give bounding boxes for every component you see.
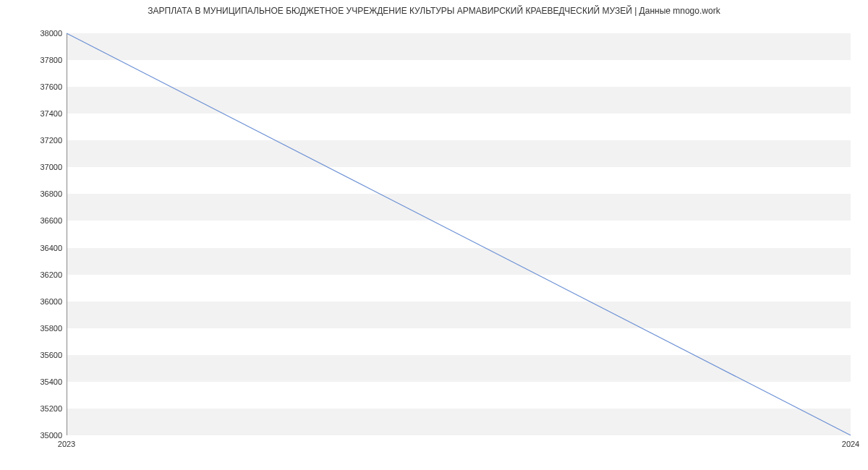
y-tick-label: 36800: [4, 189, 62, 198]
y-tick-label: 37800: [4, 56, 62, 64]
data-line: [67, 33, 851, 435]
y-tick-label: 37000: [4, 163, 62, 171]
y-tick-label: 37200: [4, 136, 62, 145]
y-tick-label: 35800: [4, 324, 62, 333]
chart-title: ЗАРПЛАТА В МУНИЦИПАЛЬНОЕ БЮДЖЕТНОЕ УЧРЕЖ…: [0, 6, 868, 16]
y-tick-label: 36400: [4, 244, 62, 252]
y-tick-label: 35400: [4, 377, 62, 386]
y-tick-label: 37400: [4, 109, 62, 118]
y-tick-label: 35600: [4, 351, 62, 359]
y-tick-label: 35200: [4, 404, 62, 413]
y-tick-label: 35000: [4, 431, 62, 440]
y-tick-label: 36600: [4, 216, 62, 225]
y-tick-label: 36000: [4, 297, 62, 306]
chart-container: ЗАРПЛАТА В МУНИЦИПАЛЬНОЕ БЮДЖЕТНОЕ УЧРЕЖ…: [0, 0, 868, 470]
y-tick-label: 36200: [4, 270, 62, 279]
y-tick-label: 38000: [4, 29, 62, 38]
chart-line-svg: [67, 33, 851, 435]
x-tick-label: 2023: [58, 440, 75, 448]
x-tick-label: 2024: [842, 440, 859, 448]
y-tick-label: 37600: [4, 82, 62, 91]
